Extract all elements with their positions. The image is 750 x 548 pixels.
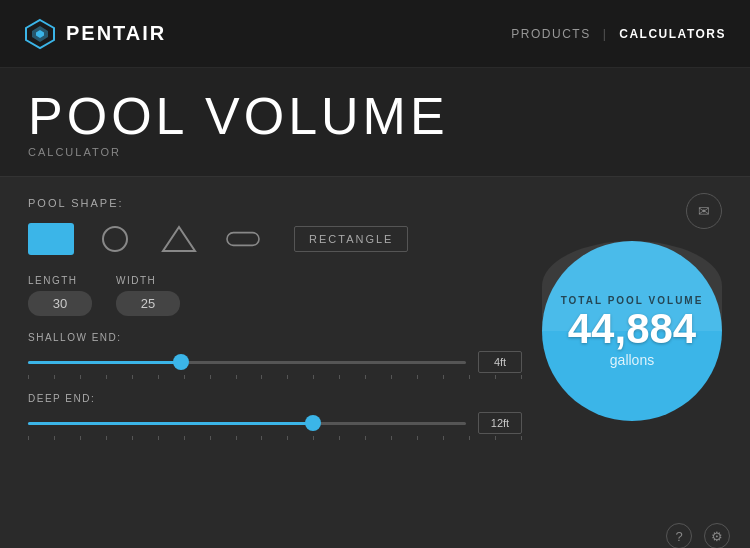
shape-row: RECTANGLE [28, 221, 522, 257]
settings-button[interactable]: ⚙ [704, 523, 730, 548]
shallow-slider-thumb[interactable] [173, 354, 189, 370]
deep-slider-fill [28, 422, 313, 425]
length-group: LENGTH [28, 275, 92, 316]
shallow-slider-row: 4ft [28, 351, 522, 373]
shallow-ticks [28, 375, 522, 379]
question-icon: ? [675, 529, 682, 544]
svg-rect-5 [227, 233, 259, 246]
deep-slider-row: 12ft [28, 412, 522, 434]
shallow-end-label: SHALLOW END: [28, 332, 522, 343]
nav-products[interactable]: PRODUCTS [511, 27, 590, 41]
shallow-slider-track [28, 361, 466, 364]
width-label: WIDTH [116, 275, 180, 286]
shallow-value-display: 4ft [478, 351, 522, 373]
rectangle-shape-icon [28, 223, 74, 255]
page-subtitle: CALCULATOR [28, 146, 722, 158]
nav-calculators[interactable]: CALCULATORS [619, 27, 726, 41]
deep-end-label: DEEP END: [28, 393, 522, 404]
email-icon: ✉ [698, 203, 710, 219]
nav-separator: | [603, 27, 608, 41]
help-button[interactable]: ? [666, 523, 692, 548]
triangle-shape-icon [159, 223, 199, 255]
page-title: POOL VOLUME [28, 90, 722, 142]
email-button[interactable]: ✉ [686, 193, 722, 229]
circle-shape-icon [95, 223, 135, 255]
deep-value-display: 12ft [478, 412, 522, 434]
volume-number: 44,884 [568, 308, 696, 350]
shallow-slider-fill [28, 361, 181, 364]
shape-rectangle-button[interactable] [28, 221, 74, 257]
nav-links: PRODUCTS | CALCULATORS [511, 27, 726, 41]
dimensions-row: LENGTH WIDTH [28, 275, 522, 316]
width-group: WIDTH [116, 275, 180, 316]
main-content: POOL SHAPE: [0, 177, 750, 548]
logo-area: PENTAIR [24, 18, 166, 50]
deep-end-section: DEEP END: 12ft [28, 393, 522, 440]
shape-circle-button[interactable] [92, 221, 138, 257]
shallow-slider-wrapper [28, 352, 466, 372]
shape-triangle-button[interactable] [156, 221, 202, 257]
svg-marker-4 [163, 227, 195, 251]
pool-shape-label: POOL SHAPE: [28, 197, 522, 209]
left-panel: POOL SHAPE: [28, 197, 522, 454]
deep-slider-track [28, 422, 466, 425]
title-section: POOL VOLUME CALCULATOR [0, 68, 750, 177]
svg-point-3 [103, 227, 127, 251]
shape-name-label[interactable]: RECTANGLE [294, 226, 408, 252]
header: PENTAIR PRODUCTS | CALCULATORS [0, 0, 750, 68]
oval-shape-icon [223, 223, 263, 255]
shallow-end-section: SHALLOW END: 4ft [28, 332, 522, 379]
length-label: LENGTH [28, 275, 92, 286]
deep-ticks [28, 436, 522, 440]
pentair-logo-icon [24, 18, 56, 50]
bottom-bar: ? ⚙ [666, 523, 730, 548]
gear-icon: ⚙ [711, 529, 723, 544]
volume-total-label: TOTAL POOL VOLUME [561, 295, 704, 306]
length-input[interactable] [28, 291, 92, 316]
logo-text: PENTAIR [66, 22, 166, 45]
shape-oval-button[interactable] [220, 221, 266, 257]
volume-circle: TOTAL POOL VOLUME 44,884 gallons [542, 241, 722, 421]
volume-unit: gallons [610, 352, 654, 368]
right-panel: ✉ TOTAL POOL VOLUME 44,884 gallons [542, 193, 722, 454]
width-input[interactable] [116, 291, 180, 316]
deep-slider-thumb[interactable] [305, 415, 321, 431]
deep-slider-wrapper [28, 413, 466, 433]
